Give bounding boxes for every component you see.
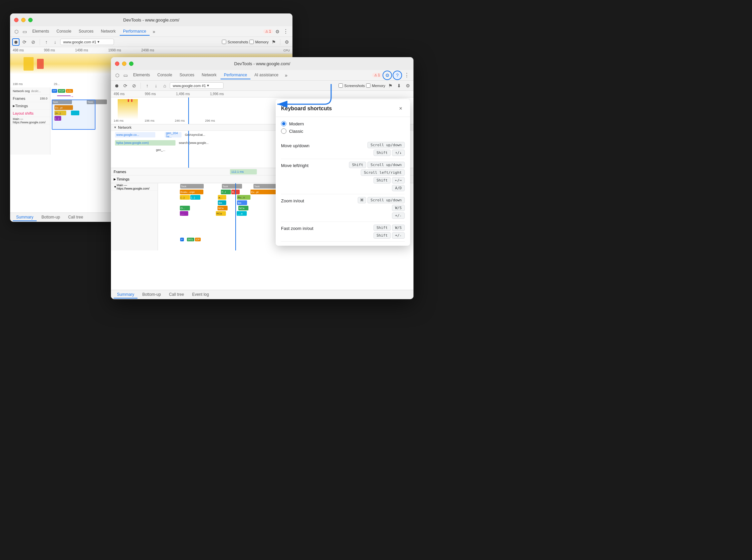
- fg-ev-task: Ev...pt: [251, 189, 277, 194]
- fg-mark-2: 996 ms: [145, 92, 156, 96]
- bg-close-button[interactable]: [14, 18, 19, 22]
- bg-tab-elements[interactable]: Elements: [29, 27, 53, 36]
- fg-frames-label: Frames: [114, 170, 126, 174]
- fg-bottom-tab-summary[interactable]: Summary: [114, 291, 138, 299]
- fg-timings-triangle: ▶: [114, 178, 116, 181]
- fg-url-bar[interactable]: www.google.com #1 ▾: [170, 82, 223, 89]
- kbd-ad: A/D: [392, 185, 405, 191]
- bg-url-dropdown[interactable]: ▾: [98, 40, 99, 44]
- fg-capture-settings[interactable]: ⚑: [387, 82, 394, 89]
- fg-mark-3: 1,496 ms: [176, 92, 190, 96]
- fg-clear-button[interactable]: ⊘: [131, 82, 138, 89]
- bg-settings-icon[interactable]: ⚙: [274, 28, 281, 35]
- fg-shortcuts-icon[interactable]: ?: [393, 71, 402, 80]
- fg-more-options[interactable]: ⋮: [403, 72, 411, 78]
- shortcut-row-zoom: Zoom in/out ⌘ Scroll up/down W/S +/-: [281, 194, 405, 222]
- fg-maximize-button[interactable]: [129, 61, 134, 66]
- bg-separator-1: [40, 39, 40, 45]
- fg-download-button[interactable]: ↓: [152, 82, 160, 89]
- fg-close-button[interactable]: [115, 61, 119, 66]
- fg-tab-elements[interactable]: Elements: [130, 71, 153, 79]
- fg-tab-console[interactable]: Console: [154, 71, 176, 79]
- shortcut-keys-move-leftright: Shift Scroll up/down Scroll left/right S…: [349, 162, 405, 191]
- bg-more-tabs[interactable]: »: [150, 28, 158, 35]
- fg-bottom-tab-event-log[interactable]: Event log: [189, 291, 212, 299]
- bg-network-label: Network oog deskt...: [10, 87, 50, 95]
- fg-device-icon[interactable]: ▭: [122, 72, 129, 79]
- bg-cpu-spike-1: [23, 57, 34, 71]
- kbd-ws-2: W/S: [392, 224, 405, 231]
- fg-net-label-1: GetAsyncDat...: [184, 133, 206, 137]
- kbd-plus-minus: +/-: [392, 213, 405, 219]
- shortcut-action-fast-zoom: Fast zoom in/out: [281, 224, 321, 231]
- bg-capture-settings[interactable]: ⚑: [270, 38, 277, 46]
- bg-record-button[interactable]: ⏺: [12, 38, 20, 46]
- shortcut-row-move-updown: Move up/down Scroll up/down Shift ↑/↓: [281, 139, 405, 159]
- fg-upload-button[interactable]: ↑: [143, 82, 151, 89]
- bg-device-icon[interactable]: ▭: [21, 28, 28, 35]
- fg-more-tabs[interactable]: »: [282, 72, 290, 79]
- bg-sub-mark-2: 29...: [54, 82, 60, 86]
- bg-memory-checkbox[interactable]: Memory: [250, 40, 269, 44]
- fg-sia-task: $ia: [218, 200, 226, 205]
- bg-tab-sources[interactable]: Sources: [75, 27, 97, 36]
- bg-bottom-tab-summary[interactable]: Summary: [13, 214, 37, 221]
- bg-maximize-button[interactable]: [28, 18, 33, 22]
- fg-tab-sources[interactable]: Sources: [176, 71, 198, 79]
- bg-url-bar[interactable]: www.google.com #1 ▾: [60, 39, 114, 45]
- bg-screenshots-checkbox[interactable]: Screenshots: [222, 40, 248, 44]
- bg-minimize-button[interactable]: [21, 18, 25, 22]
- kbd-cmd: ⌘: [358, 197, 366, 203]
- bg-tab-performance[interactable]: Performance: [120, 27, 150, 36]
- fg-minimize-button[interactable]: [122, 61, 126, 66]
- fg-memory-checkbox[interactable]: Memory: [366, 83, 385, 88]
- shortcut-combo-3: Shift Scroll up/down: [349, 162, 405, 168]
- shortcut-combo-10: Shift W/S: [374, 224, 405, 231]
- bg-tab-console[interactable]: Console: [53, 27, 75, 36]
- bg-clear-button[interactable]: ⊘: [29, 38, 37, 46]
- fg-timeline-ruler: 496 ms 996 ms 1,496 ms 1,996 ms: [111, 91, 414, 98]
- fg-bottom-tab-bottom-up[interactable]: Bottom-up: [139, 291, 164, 299]
- fg-tab-performance[interactable]: Performance: [220, 71, 251, 79]
- fg-url-text: www.google.com #1: [173, 84, 206, 88]
- fg-record-button[interactable]: ⏺: [113, 82, 120, 89]
- bg-cpu-spike-2: [37, 59, 44, 69]
- shortcuts-mode-modern[interactable]: Modern: [281, 121, 405, 126]
- bg-bottom-tab-call-tree[interactable]: Call tree: [65, 214, 87, 221]
- fg-inspect-icon[interactable]: ⬡: [114, 72, 121, 79]
- bg-inspect-icon[interactable]: ⬡: [13, 28, 20, 35]
- fg-timings-label: Timings: [117, 177, 130, 181]
- fg-home-button[interactable]: ⌂: [161, 82, 169, 89]
- fg-nca-task: NCa: [218, 206, 227, 211]
- kbd-shift-3: Shift: [374, 177, 391, 183]
- bg-upload-button[interactable]: ↑: [43, 38, 50, 46]
- fg-screenshots-checkbox[interactable]: Screenshots: [338, 83, 365, 88]
- fg-filter-icon[interactable]: ⬇: [395, 82, 403, 89]
- bg-perf-settings[interactable]: ⚙: [283, 38, 291, 46]
- fg-tab-ai[interactable]: AI assistance: [251, 71, 282, 79]
- kbd-plus-minus-2: +/-: [392, 232, 405, 239]
- fg-url-dropdown[interactable]: ▾: [207, 83, 209, 88]
- fg-ru-task: Ru...s: [237, 195, 251, 200]
- fg-tab-network[interactable]: Network: [198, 71, 220, 79]
- fg-sub-toolbar: ⏺ ⟳ ⊘ ↑ ↓ ⌂ www.google.com #1 ▾ Screensh…: [111, 81, 414, 91]
- bg-tab-network[interactable]: Network: [98, 27, 119, 36]
- shortcut-keys-zoom: ⌘ Scroll up/down W/S +/-: [358, 197, 405, 219]
- bg-reload-record-button[interactable]: ⟳: [21, 38, 28, 46]
- shortcuts-panel-title: Keyboard shortcuts: [281, 105, 332, 112]
- bg-more-options[interactable]: ⋮: [282, 28, 290, 35]
- fg-perf-settings[interactable]: ⚙: [404, 82, 412, 89]
- shortcut-combo-6: A/D: [392, 185, 405, 191]
- fg-red-mark-2: [131, 99, 133, 102]
- fg-reload-record-button[interactable]: ⟳: [122, 82, 129, 89]
- bg-task-gray-2: Task: [87, 100, 107, 104]
- shortcuts-close-button[interactable]: ×: [397, 104, 405, 113]
- shortcuts-mode-classic[interactable]: Classic: [281, 128, 405, 134]
- fg-bottom-tab-call-tree[interactable]: Call tree: [166, 291, 187, 299]
- fg-settings-icon[interactable]: ⚙: [382, 71, 392, 80]
- bg-download-button[interactable]: ↓: [52, 38, 59, 46]
- bg-bottom-tab-bottom-up[interactable]: Bottom-up: [38, 214, 63, 221]
- fg-main-left: ▼ Main — https://www.google.com/: [111, 183, 158, 251]
- bg-task-gray: Task: [52, 100, 72, 104]
- bg-sub-toolbar: ⏺ ⟳ ⊘ ↑ ↓ www.google.com #1 ▾ Screenshot…: [10, 37, 293, 47]
